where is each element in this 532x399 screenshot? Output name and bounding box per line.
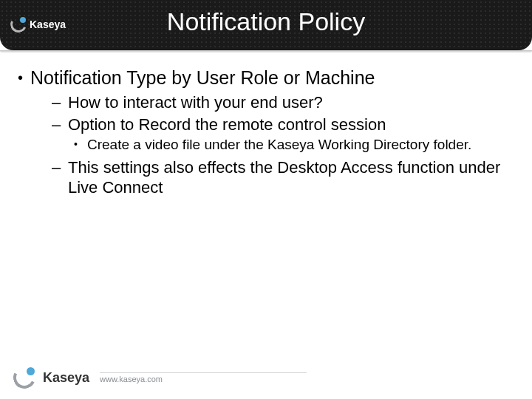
slide-header: Kaseya Notification Policy: [0, 0, 532, 50]
bullet-dot-icon: •: [74, 136, 81, 154]
bullet-text: Option to Record the remote control sess…: [68, 115, 386, 135]
bullet-dash-icon: –: [52, 92, 62, 113]
slide-body: • Notification Type by User Role or Mach…: [0, 50, 532, 198]
slide-title: Notification Policy: [0, 7, 532, 36]
bullet-text: How to interact with your end user?: [68, 92, 323, 113]
bullet-level1: • Notification Type by User Role or Mach…: [18, 66, 514, 89]
bullet-dot-icon: •: [18, 66, 23, 89]
bullet-text: Notification Type by User Role or Machin…: [30, 66, 375, 89]
bullet-level2: – How to interact with your end user?: [52, 92, 514, 113]
bullet-text: Create a video file under the Kaseya Wor…: [87, 136, 471, 154]
brand-name-footer: Kaseya: [43, 370, 89, 386]
bullet-level2: – This settings also effects the Desktop…: [52, 157, 514, 198]
kaseya-logo-icon: [13, 366, 35, 389]
bullet-level2: – Option to Record the remote control se…: [52, 115, 514, 135]
bullet-text: This settings also effects the Desktop A…: [68, 157, 514, 198]
bullet-dash-icon: –: [52, 115, 62, 135]
bullet-level3: • Create a video file under the Kaseya W…: [74, 136, 514, 154]
bullet-dash-icon: –: [52, 157, 62, 198]
slide-footer: Kaseya www.kaseya.com: [13, 366, 307, 389]
brand-url: www.kaseya.com: [100, 372, 307, 383]
